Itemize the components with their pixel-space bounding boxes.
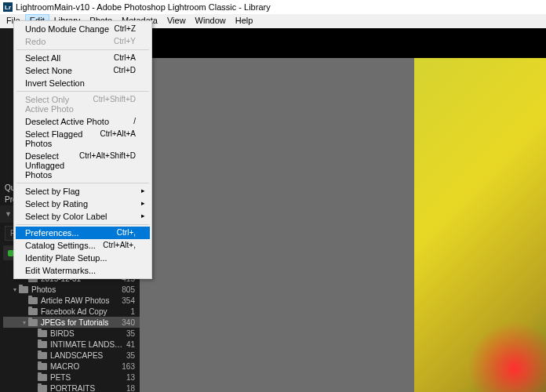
folder-count: 41 <box>123 340 135 349</box>
folder-row[interactable]: ▾Photos805 <box>3 284 140 295</box>
folder-label: Article RAW Photos <box>41 296 118 305</box>
folder-count: 340 <box>118 318 135 327</box>
app-icon: Lr <box>3 2 13 12</box>
folder-icon <box>38 374 47 381</box>
folder-row[interactable]: ▾JPEGs for Tutorials340 <box>3 317 140 328</box>
menu-item-catalog-settings[interactable]: Catalog Settings...Ctrl+Alt+, <box>16 239 150 252</box>
menu-separator <box>16 49 149 50</box>
menu-item-preferences[interactable]: Preferences...Ctrl+, <box>16 227 150 239</box>
folder-label: Facebook Ad Copy <box>41 307 127 316</box>
menu-item-select-flagged-photos[interactable]: Select Flagged PhotosCtrl+Alt+A <box>16 128 150 150</box>
folder-count: 35 <box>123 351 135 360</box>
title-bar: Lr LightroomMain-v10 - Adobe Photoshop L… <box>0 0 546 14</box>
center-area <box>140 28 546 392</box>
folder-label: MACRO <box>50 362 118 371</box>
image-preview[interactable] <box>414 58 546 392</box>
menu-item-select-by-color-label[interactable]: Select by Color Label▸ <box>16 210 150 223</box>
folder-count: 35 <box>123 329 135 338</box>
menu-help[interactable]: Help <box>231 14 258 28</box>
folder-row[interactable]: Facebook Ad Copy1 <box>3 306 140 317</box>
menu-separator <box>16 91 149 92</box>
menu-item-select-by-rating[interactable]: Select by Rating▸ <box>16 198 150 210</box>
menu-item-identity-plate-setup[interactable]: Identity Plate Setup... <box>16 252 150 264</box>
folder-count: 18 <box>123 384 135 393</box>
folder-label: PETS <box>50 373 123 382</box>
folder-tree: ▾20154152015-12-31415▾Photos805Article R… <box>0 262 140 392</box>
folder-label: JPEGs for Tutorials <box>41 318 118 327</box>
menu-item-edit-watermarks[interactable]: Edit Watermarks... <box>16 264 150 277</box>
menu-window[interactable]: Window <box>191 14 231 28</box>
folder-row[interactable]: PETS13 <box>3 372 140 383</box>
edit-menu-dropdown: Undo Module ChangeCtrl+ZRedoCtrl+YSelect… <box>13 20 152 279</box>
folder-row[interactable]: INTIMATE LANDSCAPES41 <box>3 339 140 350</box>
menu-item-redo: RedoCtrl+Y <box>16 35 150 48</box>
disclosure-icon: ▾ <box>11 286 19 293</box>
menu-item-deselect-active-photo[interactable]: Deselect Active Photo/ <box>16 115 150 128</box>
folder-label: Photos <box>31 285 118 294</box>
menu-item-select-only-active-photo: Select Only Active PhotoCtrl+Shift+D <box>16 93 150 115</box>
folder-count: 354 <box>118 296 135 305</box>
folder-icon <box>28 297 38 304</box>
folder-count: 805 <box>118 285 135 294</box>
folder-row[interactable]: BIRDS35 <box>3 328 140 339</box>
folder-icon <box>38 330 47 337</box>
folder-icon <box>38 363 47 370</box>
folder-icon <box>28 319 38 326</box>
folder-label: BIRDS <box>50 329 123 338</box>
folder-icon <box>19 286 28 293</box>
menu-item-select-none[interactable]: Select NoneCtrl+D <box>16 64 150 77</box>
folder-label: INTIMATE LANDSCAPES <box>50 340 123 349</box>
folder-row[interactable]: LANDSCAPES35 <box>3 350 140 361</box>
menu-separator <box>16 224 149 225</box>
folder-icon <box>38 385 47 392</box>
folder-row[interactable]: PORTRAITS18 <box>3 383 140 392</box>
folder-count: 1 <box>127 307 135 316</box>
chevron-right-icon: ▸ <box>141 187 145 194</box>
filmstrip-bar <box>140 28 546 58</box>
folder-count: 13 <box>123 373 135 382</box>
menu-item-deselect-unflagged-photos[interactable]: Deselect Unflagged PhotosCtrl+Alt+Shift+… <box>16 150 150 181</box>
disclosure-icon: ▾ <box>20 319 28 326</box>
menu-separator <box>16 183 149 183</box>
chevron-right-icon: ▸ <box>141 212 145 220</box>
folder-label: PORTRAITS <box>50 384 123 393</box>
folder-icon <box>38 341 47 348</box>
folder-count: 163 <box>118 362 135 371</box>
menu-view[interactable]: View <box>162 14 191 28</box>
menu-item-select-all[interactable]: Select AllCtrl+A <box>16 52 150 64</box>
folder-icon <box>28 308 38 315</box>
folder-label: LANDSCAPES <box>50 351 123 360</box>
folder-row[interactable]: Article RAW Photos354 <box>3 295 140 306</box>
collapse-icon: ▼ <box>5 210 12 218</box>
menu-item-invert-selection[interactable]: Invert Selection <box>16 77 150 89</box>
menu-item-select-by-flag[interactable]: Select by Flag▸ <box>16 185 150 198</box>
folder-icon <box>38 352 47 359</box>
folder-row[interactable]: MACRO163 <box>3 361 140 372</box>
window-title: LightroomMain-v10 - Adobe Photoshop Ligh… <box>16 2 271 12</box>
image-highlight <box>468 321 546 392</box>
menu-item-undo-module-change[interactable]: Undo Module ChangeCtrl+Z <box>16 23 150 35</box>
chevron-right-icon: ▸ <box>141 199 145 207</box>
